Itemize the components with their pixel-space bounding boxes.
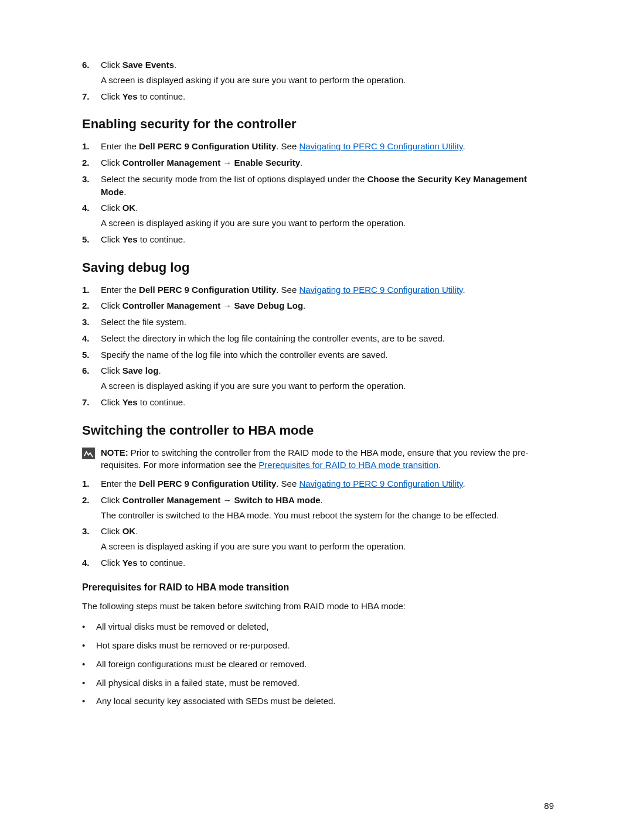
bullet-icon: •	[82, 695, 88, 708]
list-item: •Any local security key associated with …	[82, 695, 554, 708]
text: .	[462, 285, 465, 295]
prerequisites-intro: The following steps must be taken before…	[82, 600, 554, 613]
text: Click	[101, 495, 122, 505]
ordered-step: 1.Enter the Dell PERC 9 Configuration Ut…	[82, 477, 554, 490]
text-bold: Save Events	[122, 60, 174, 70]
step-body: Click Yes to continue.	[101, 556, 554, 569]
text: Specify the name of the log file into wh…	[101, 350, 387, 360]
text: . See	[276, 479, 299, 489]
link[interactable]: Prerequisites for RAID to HBA mode trans…	[258, 460, 438, 470]
list-item-text: Hot spare disks must be removed or re-pu…	[96, 639, 290, 652]
list-item: •All physical disks in a failed state, m…	[82, 677, 554, 689]
step-body: Click Controller Management → Switch to …	[101, 494, 554, 522]
step-body: Click Save Events.A screen is displayed …	[101, 59, 554, 87]
ordered-step: 6.Click Save log.A screen is displayed a…	[82, 364, 554, 392]
ordered-step: 2.Click Controller Management → Save Deb…	[82, 299, 554, 312]
step-subtext: The controller is switched to the HBA mo…	[101, 509, 554, 522]
note-icon	[82, 448, 95, 459]
step-subtext: A screen is displayed asking if you are …	[101, 540, 554, 553]
ordered-step: 3.Select the security mode from the list…	[82, 173, 554, 199]
text-bold: Yes	[122, 397, 138, 407]
list-item: •Hot spare disks must be removed or re-p…	[82, 639, 554, 652]
step-number: 3.	[82, 525, 93, 538]
ordered-step: 7.Click Yes to continue.	[82, 90, 554, 103]
list-item: •All foreign configurations must be clea…	[82, 658, 554, 671]
step-body: Click OK.A screen is displayed asking if…	[101, 525, 554, 553]
ordered-step: 2.Click Controller Management → Switch t…	[82, 494, 554, 522]
note-block: NOTE: Prior to switching the controller …	[82, 446, 554, 472]
bullet-icon: •	[82, 658, 88, 671]
step-number: 2.	[82, 299, 93, 312]
saving-debug-log-steps: 1.Enter the Dell PERC 9 Configuration Ut…	[82, 284, 554, 409]
text: Click	[101, 397, 122, 407]
step-body: Select the directory in which the log fi…	[101, 332, 554, 345]
link[interactable]: Navigating to PERC 9 Configuration Utili…	[299, 479, 462, 489]
step-number: 4.	[82, 556, 93, 569]
text: .	[438, 460, 441, 470]
text: Select the directory in which the log fi…	[101, 333, 445, 343]
text: .	[462, 141, 465, 151]
page-number: 89	[544, 801, 554, 811]
text: Click	[101, 366, 122, 375]
text: .	[303, 301, 305, 310]
text: to continue.	[138, 397, 186, 407]
text-bold: Yes	[122, 91, 138, 101]
ordered-step: 4.Select the directory in which the log …	[82, 332, 554, 345]
step-number: 3.	[82, 173, 93, 186]
text-bold: OK	[122, 526, 136, 536]
text-bold: OK	[122, 203, 136, 213]
text: to continue.	[138, 91, 186, 101]
step-body: Click OK.A screen is displayed asking if…	[101, 202, 554, 230]
text: Click	[101, 234, 122, 244]
text: Enter the	[101, 479, 139, 489]
step-body: Enter the Dell PERC 9 Configuration Util…	[101, 284, 554, 296]
text: .	[300, 158, 302, 168]
text: to continue.	[138, 234, 186, 244]
text: Click	[101, 301, 122, 310]
bullet-icon: •	[82, 620, 88, 633]
ordered-step: 5.Specify the name of the log file into …	[82, 349, 554, 361]
text: .	[158, 366, 161, 375]
section-title-saving-debug-log: Saving debug log	[82, 260, 554, 275]
step-body: Select the file system.	[101, 316, 554, 329]
step-number: 4.	[82, 202, 93, 214]
text: Click	[101, 526, 122, 536]
text: Enter the	[101, 141, 139, 151]
list-item-text: All virtual disks must be removed or del…	[96, 620, 268, 633]
text: .	[174, 60, 176, 70]
step-body: Enter the Dell PERC 9 Configuration Util…	[101, 140, 554, 153]
text-bold: Controller Management → Switch to HBA mo…	[122, 495, 321, 505]
step-number: 2.	[82, 494, 93, 507]
list-item-text: All foreign configurations must be clear…	[96, 658, 307, 671]
svg-marker-0	[82, 448, 95, 459]
list-item-text: All physical disks in a failed state, mu…	[96, 677, 300, 689]
step-subtext: A screen is displayed asking if you are …	[101, 74, 554, 87]
step-number: 1.	[82, 284, 93, 296]
text-bold: Controller Management → Save Debug Log	[122, 301, 303, 310]
step-number: 5.	[82, 233, 93, 246]
step-body: Click Controller Management → Enable Sec…	[101, 156, 554, 169]
step-body: Click Controller Management → Save Debug…	[101, 299, 554, 312]
step-number: 1.	[82, 140, 93, 153]
text: Select the security mode from the list o…	[101, 174, 367, 184]
text: Click	[101, 203, 122, 213]
subsection-title-prerequisites: Prerequisites for RAID to HBA mode trans…	[82, 582, 554, 593]
link[interactable]: Navigating to PERC 9 Configuration Utili…	[299, 285, 462, 295]
text: . See	[276, 285, 299, 295]
step-number: 4.	[82, 332, 93, 345]
text-bold: Dell PERC 9 Configuration Utility	[139, 141, 276, 151]
text-bold: Dell PERC 9 Configuration Utility	[139, 285, 276, 295]
text: Click	[101, 158, 122, 168]
ordered-step: 3.Click OK.A screen is displayed asking …	[82, 525, 554, 553]
step-body: Click Save log.A screen is displayed ask…	[101, 364, 554, 392]
step-body: Specify the name of the log file into wh…	[101, 349, 554, 361]
link[interactable]: Navigating to PERC 9 Configuration Utili…	[299, 141, 462, 151]
text-bold: NOTE:	[101, 448, 131, 457]
step-body: Click Yes to continue.	[101, 396, 554, 409]
step-body: Enter the Dell PERC 9 Configuration Util…	[101, 477, 554, 490]
text-bold: Save log	[122, 366, 159, 375]
ordered-step: 1.Enter the Dell PERC 9 Configuration Ut…	[82, 140, 554, 153]
prerequisites-list: •All virtual disks must be removed or de…	[82, 620, 554, 708]
step-number: 6.	[82, 364, 93, 377]
text-bold: Dell PERC 9 Configuration Utility	[139, 479, 276, 489]
